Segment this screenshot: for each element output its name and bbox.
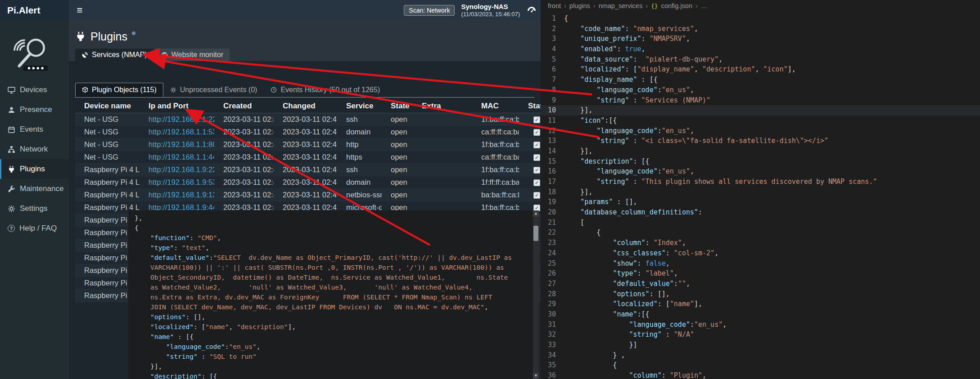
sidebar-toggle-button[interactable]: ≡: [69, 0, 90, 21]
ip-port-link[interactable]: http://192.168.1.9:139: [149, 191, 214, 199]
cell-status: ✓: [519, 113, 541, 126]
cell-device: Net - USG: [75, 126, 140, 138]
table-row: Raspberry Pi 4 LANhttp://192.168.1.9:532…: [75, 176, 541, 189]
overlay-scrollbar[interactable]: ▲ ▼: [533, 210, 539, 379]
cell-status: ✓: [519, 189, 541, 201]
sidebar-item-devices[interactable]: Devices: [0, 80, 69, 100]
check-icon: ✓: [535, 130, 539, 135]
plugins-info-dot[interactable]: [132, 31, 135, 35]
code-line: 4 "enabled": true,: [541, 44, 980, 54]
ip-port-link[interactable]: http://192.168.1.1:443: [149, 153, 214, 161]
code-line: "function": "CMD",: [135, 233, 539, 243]
column-header-mac[interactable]: MAC: [472, 100, 519, 113]
ip-port-link[interactable]: http://192.168.1.1:53: [149, 128, 214, 136]
cell-extra: [413, 164, 472, 176]
code-line: "localized": ["name", "description"],: [135, 322, 539, 332]
sidebar-item-network[interactable]: Network: [0, 139, 69, 159]
status-checkbox[interactable]: ✓: [533, 192, 540, 199]
line-number: 6: [541, 64, 564, 75]
cell-created: 2023-03-11 02:47:20: [214, 151, 274, 164]
line-number: 1: [541, 13, 564, 24]
json-file-icon: {}: [651, 3, 658, 9]
subtab-events-history-50-out-of-1265[interactable]: Events History (50 out of 1265): [264, 83, 387, 97]
host-name: Synology-NAS: [461, 3, 520, 11]
table-row: Net - USGhttp://192.168.1.1:4432023-03-1…: [75, 151, 541, 164]
cell-changed: 2023-03-11 02:47:20: [274, 176, 337, 189]
scrollbar-thumb[interactable]: [533, 226, 538, 241]
breadcrumb-item-plugins[interactable]: plugins: [569, 2, 590, 9]
scroll-up-arrow[interactable]: ▲: [533, 210, 539, 217]
status-checkbox[interactable]: ✓: [533, 142, 540, 148]
status-checkbox[interactable]: ✓: [533, 116, 540, 123]
line-number: 33: [541, 340, 564, 350]
cell-ip: http://192.168.1.1:53: [140, 126, 214, 138]
column-header-state[interactable]: State: [382, 100, 413, 113]
column-header-changed[interactable]: Changed: [274, 100, 337, 113]
code-line: 7 "display_name" : [{: [541, 75, 980, 85]
column-header-service[interactable]: Service: [337, 100, 382, 113]
subtab-label: Unprocessed Events (0): [180, 86, 257, 94]
cell-status: ✓: [519, 138, 541, 151]
column-header-created[interactable]: Created: [214, 100, 274, 113]
ip-port-link[interactable]: http://192.168.1.9:53: [149, 178, 214, 186]
breadcrumb-item-more[interactable]: …: [701, 2, 708, 9]
line-number: 16: [541, 166, 564, 177]
subtab-unprocessed-events-0[interactable]: Unprocessed Events (0): [163, 83, 264, 97]
line-number: 5: [541, 54, 564, 65]
sidebar-item-settings[interactable]: Settings: [0, 199, 69, 218]
cell-created: 2023-03-11 02:47:20: [214, 164, 274, 176]
scroll-down-arrow[interactable]: ▼: [533, 373, 539, 379]
editor-code[interactable]: 1{2 "code_name": "nmap_services",3 "uniq…: [541, 12, 980, 379]
sidebar-item-label: Plugins: [20, 165, 45, 174]
code-line: {: [135, 223, 539, 233]
sidebar-item-events[interactable]: Events: [0, 120, 69, 139]
code-line: "description": [{: [135, 371, 539, 379]
cell-created: 2023-03-11 02:47:20: [214, 176, 274, 189]
column-header-status[interactable]: Status: [519, 100, 541, 113]
breadcrumb-item-front[interactable]: front: [548, 2, 561, 9]
code-line: as Watched_Value2, 'null' as Watched_Val…: [135, 282, 539, 292]
cell-changed: 2023-03-11 02:47:20: [274, 189, 337, 201]
app-title[interactable]: Pi.Alert: [0, 0, 69, 21]
sidebar-item-plugins[interactable]: Plugins: [0, 159, 69, 179]
code-line: 12 "language_code":"en_us",: [541, 126, 980, 136]
code-line: 30 "name":[{: [541, 309, 980, 320]
line-number: 8: [541, 85, 564, 95]
breadcrumb-item-config-json[interactable]: config.json: [661, 2, 692, 9]
column-header-device-name[interactable]: Device name: [75, 100, 140, 113]
status-checkbox[interactable]: ✓: [533, 167, 540, 174]
line-number: 18: [541, 187, 564, 197]
code-line: 31 "language_code":"en_us",: [541, 320, 980, 330]
sidebar-item-help-faq[interactable]: ?Help / FAQ: [0, 218, 69, 238]
cell-service: https: [337, 151, 382, 164]
subtab-label: Plugin Objects (115): [92, 86, 157, 94]
gauge-icon[interactable]: [526, 5, 537, 16]
plugin-subtabs: Plugin Objects (115)Unprocessed Events (…: [75, 83, 534, 98]
status-checkbox[interactable]: ✓: [533, 179, 540, 186]
cell-device: Net - USG: [75, 138, 140, 151]
sidebar: DevicesPresenceEventsNetworkPluginsMaint…: [0, 21, 69, 379]
ip-port-link[interactable]: http://192.168.1.1:22: [149, 115, 214, 123]
code-line: 19 "params" : [],: [541, 197, 980, 207]
cell-mac: 1f:ba:ff:ca:ba:34: [472, 113, 519, 126]
breadcrumb-item-nmap-services[interactable]: nmap_services: [599, 2, 643, 9]
topbar: Pi.Alert ≡ Scan: Network Synology-NAS (1…: [0, 0, 541, 21]
sidebar-item-maintenance[interactable]: Maintenance: [0, 179, 69, 199]
cell-extra: [413, 189, 472, 201]
code-line: "language_code":"en_us",: [135, 342, 539, 352]
ip-port-link[interactable]: http://192.168.1.1:80: [149, 140, 214, 148]
line-number: 32: [541, 330, 564, 340]
ip-port-link[interactable]: http://192.168.1.9:22: [149, 165, 214, 174]
column-header-extra[interactable]: Extra: [413, 100, 472, 113]
line-number: 7: [541, 75, 564, 85]
status-checkbox[interactable]: ✓: [533, 154, 540, 161]
check-icon: ✓: [535, 143, 539, 147]
subtab-plugin-objects-115[interactable]: Plugin Objects (115): [75, 83, 163, 97]
tab-services-nmap[interactable]: Services (NMAP): [75, 49, 154, 61]
code-line: "string" : "SQL to run": [135, 352, 539, 361]
sidebar-item-presence[interactable]: Presence: [0, 100, 69, 120]
line-number: 24: [541, 248, 564, 259]
status-checkbox[interactable]: ✓: [533, 129, 540, 136]
column-header-ip-and-port[interactable]: Ip and Port: [140, 100, 214, 113]
tab-website-monitor[interactable]: Website monitor: [155, 49, 230, 61]
